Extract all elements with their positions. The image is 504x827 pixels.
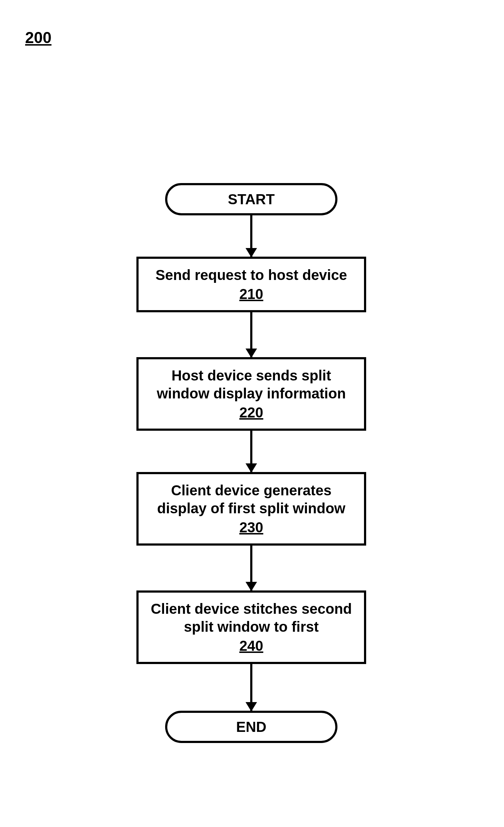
start-terminal: START — [165, 183, 337, 215]
step-text: Host device sends split window display i… — [157, 368, 346, 401]
step-text: Client device generates display of first… — [157, 482, 345, 516]
step-ref: 230 — [149, 519, 354, 536]
process-step-210: Send request to host device 210 — [136, 257, 366, 312]
step-ref: 210 — [149, 286, 354, 302]
step-text: Client device stitches second split wind… — [151, 601, 352, 635]
process-step-240: Client device stitches second split wind… — [136, 590, 366, 664]
arrow-icon — [250, 312, 252, 357]
figure-number-label: 200 — [25, 29, 51, 47]
step-text: Send request to host device — [155, 267, 347, 283]
start-label: START — [228, 191, 275, 207]
arrow-icon — [250, 664, 252, 711]
end-label: END — [236, 719, 266, 735]
step-ref: 220 — [149, 405, 354, 421]
arrow-icon — [250, 546, 252, 590]
process-step-230: Client device generates display of first… — [136, 472, 366, 546]
arrow-icon — [250, 215, 252, 257]
arrow-icon — [250, 431, 252, 472]
end-terminal: END — [165, 711, 337, 743]
step-ref: 240 — [149, 638, 354, 654]
flowchart-container: START Send request to host device 210 Ho… — [126, 183, 377, 743]
process-step-220: Host device sends split window display i… — [136, 357, 366, 431]
